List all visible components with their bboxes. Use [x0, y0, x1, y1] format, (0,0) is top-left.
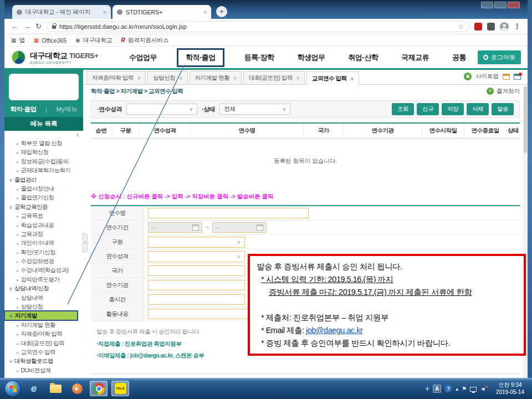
연수기관-input[interactable] — [148, 280, 245, 290]
bookmark-item[interactable]: ▦앱 — [11, 37, 25, 44]
bookmark-star-icon[interactable]: ☆ — [458, 23, 464, 30]
collapse-all-icon[interactable]: ∧ — [75, 132, 79, 137]
sidebar-tab-haksa[interactable]: 학적·졸업 — [10, 105, 36, 114]
mdi-tab[interactable]: 자기계발 현황× — [190, 71, 242, 84]
pdf-extension-icon[interactable] — [474, 23, 482, 30]
총시간-input[interactable] — [148, 294, 245, 305]
nav-item[interactable]: 등록·장학 — [241, 50, 278, 65]
sidebar-tab-mymenu[interactable]: My메뉴 — [56, 105, 77, 114]
new-tab-button[interactable]: + — [216, 6, 227, 17]
sidebar-item[interactable]: ▸교육과정 — [4, 229, 83, 238]
minimize-button[interactable] — [481, 2, 493, 8]
volume-muted-icon[interactable]: ◄✕ — [480, 385, 489, 392]
maximize-button[interactable] — [494, 2, 507, 8]
tab-close-icon[interactable]: × — [203, 9, 207, 16]
taskbar-clock[interactable]: 오전 9:34 2019-05-14 — [493, 381, 528, 396]
forward-icon[interactable]: → — [23, 22, 30, 30]
bookmark-item[interactable]: ▦Office365 — [34, 37, 66, 44]
연수명-input[interactable] — [148, 208, 309, 218]
tab-close-icon[interactable]: × — [296, 75, 299, 81]
sidebar-item[interactable]: ▸졸업사정안내 — [4, 184, 83, 193]
sidebar-item[interactable]: ▸교육목표 — [4, 211, 83, 220]
sidebar-item[interactable]: ∨졸업관리 — [4, 175, 83, 184]
email-link[interactable]: job@daegu.ac.kr — [306, 326, 362, 335]
profile-avatar[interactable] — [500, 22, 509, 31]
sidebar-item[interactable]: ▸상담신청 — [4, 302, 83, 311]
sidebar-item[interactable]: ▸학습성과내용 — [4, 221, 83, 229]
delete-button[interactable]: 삭제 — [467, 103, 489, 115]
favorites-link[interactable]: + 즐겨찾기 — [487, 88, 520, 95]
search-button[interactable]: 조회 — [392, 103, 414, 115]
mdi-tab[interactable]: 대회(공모전) 입력× — [243, 71, 305, 84]
start-date-input[interactable]: - - — [148, 222, 202, 233]
nav-item[interactable]: 취업·산학 — [345, 50, 381, 65]
sidebar-item[interactable]: ▸졸업연기신청 — [4, 193, 83, 202]
bookmark-item[interactable]: R원격지원서비스 — [121, 37, 168, 44]
search-field-select[interactable]: 전체∨ — [219, 104, 290, 115]
end-date-input[interactable]: - - — [212, 222, 267, 233]
sidebar-collapse-handle[interactable]: < — [83, 233, 88, 252]
calendar-icon[interactable] — [257, 224, 263, 231]
sidebar-item[interactable]: ∨공학교육인증 — [4, 202, 83, 211]
close-button[interactable] — [508, 2, 520, 8]
sidebar-item[interactable]: ∨자기계발 — [4, 311, 78, 320]
국가-input[interactable] — [148, 265, 245, 276]
구분-select[interactable]: ∨ — [148, 237, 245, 248]
bookmark-item[interactable]: ◉대구대학교 — [75, 37, 112, 44]
show-hidden-icons[interactable]: ▴ — [456, 386, 458, 392]
sidebar-item[interactable]: ▸DU비전설계 — [4, 366, 83, 375]
send-button[interactable]: 발송 — [492, 103, 514, 115]
network-icon[interactable] — [470, 387, 477, 392]
reload-icon[interactable]: ↻ — [35, 22, 42, 30]
nav-item[interactable]: 학적·졸업 — [177, 48, 224, 67]
save-button[interactable]: 저장 — [442, 103, 464, 115]
tab-close-icon[interactable]: × — [103, 9, 106, 16]
extension-icon[interactable] — [487, 23, 495, 30]
browser-tab[interactable]: 대구대학교 - 메인 페이지× — [12, 5, 111, 19]
sidebar-item[interactable]: ▸군제대복학가능학기 — [4, 166, 83, 175]
media-player-icon[interactable]: ▶ — [68, 381, 86, 396]
nav-item[interactable]: 수업업무 — [126, 50, 160, 65]
university-logo[interactable]: 대구대학교 TIGERS+ DAEGU UNIVERSITY — [11, 50, 117, 65]
address-bar[interactable]: https://tigersstd.daegu.ac.kr/nxrun/ssoL… — [47, 21, 469, 32]
sidebar-item[interactable]: ▸확인/포기신청 — [4, 248, 83, 257]
활동내용-input[interactable] — [148, 309, 259, 319]
tab-close-icon[interactable]: × — [233, 75, 236, 81]
sidebar-item[interactable]: ▸개인이수내역 — [4, 238, 83, 247]
ime-tool-icon[interactable]: ✛ — [425, 386, 429, 392]
calendar-icon[interactable] — [192, 224, 199, 231]
help-icon[interactable]: ? — [444, 385, 452, 392]
sidebar-item[interactable]: ▸상담내역 — [4, 293, 83, 302]
sidebar-item[interactable]: ▸자기계발 현황 — [4, 320, 83, 329]
sidebar-item[interactable]: ▸대회(공모전) 입력 — [4, 339, 83, 347]
연수성격-select[interactable]: ∨ — [148, 251, 245, 262]
mdi-tab[interactable]: 교외연수 입력× — [306, 71, 359, 85]
sidebar-item[interactable]: ▸자격증/어학 입력 — [4, 329, 83, 338]
mdi-tab[interactable]: 자격증/어학 입력× — [86, 71, 146, 84]
sidebar-item[interactable]: ∨대학생활로드맵 — [4, 356, 83, 365]
logout-button[interactable]: 로그아웃 — [478, 50, 521, 64]
close-all-tabs-icon[interactable] — [514, 74, 521, 80]
sitemap-link[interactable]: 사이트맵 — [475, 73, 499, 80]
mdi-tab[interactable]: 상담신청× — [147, 71, 187, 84]
sidebar-item[interactable]: ▸수강내역(학습성과) — [4, 265, 83, 274]
nav-item[interactable]: 공통 — [449, 50, 469, 65]
new-button[interactable]: 신규 — [417, 103, 439, 115]
browser-tab[interactable]: STDTIGERS+× — [112, 5, 211, 19]
chrome-icon[interactable] — [90, 381, 108, 396]
sidebar-item[interactable]: ▸학부모 열람 신청 — [4, 139, 83, 147]
start-button[interactable] — [4, 380, 21, 397]
flag-icon[interactable]: ⚑ — [462, 386, 467, 392]
sidebar-item[interactable]: ▸재입학신청 — [4, 147, 83, 156]
tab-close-icon[interactable]: × — [137, 75, 140, 81]
window-restore-icon[interactable] — [503, 74, 510, 80]
ime-a-indicator[interactable]: A — [433, 385, 441, 393]
nav-item[interactable]: 학생업무 — [294, 50, 328, 65]
search-field-select[interactable]: ∨ — [126, 104, 197, 115]
back-icon[interactable]: ← — [11, 22, 18, 30]
sidebar-item[interactable]: ▸강의만족도평가 — [4, 275, 83, 284]
sidebar-item[interactable]: ▸교외연수 입력 — [4, 347, 83, 356]
sidebar-item[interactable]: ∨상담내역/신청 — [4, 284, 83, 293]
internet-explorer-icon[interactable]: e — [25, 381, 43, 396]
sidebar-item[interactable]: ▸수강강좌변경 — [4, 257, 83, 265]
